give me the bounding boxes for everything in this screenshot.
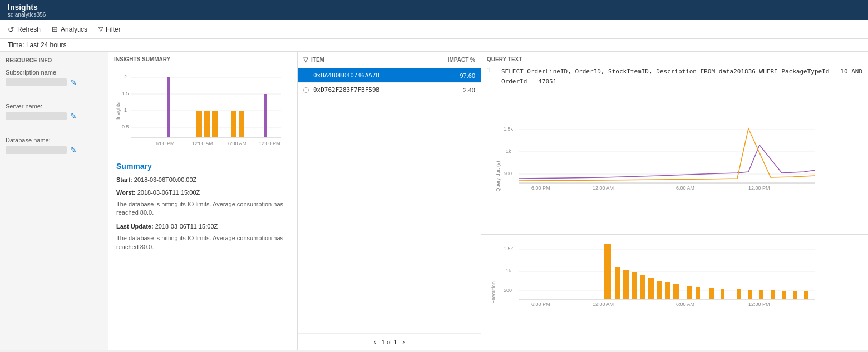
svg-text:12:00 AM: 12:00 AM (593, 185, 614, 190)
svg-text:12:00 PM: 12:00 PM (259, 141, 280, 146)
server-row: ✎ (6, 112, 102, 121)
chart1-svg: 1.5k 1k 500 (504, 123, 826, 190)
summary-worst: Worst: 2018-03-06T11:15:00Z (116, 188, 289, 197)
insights-chart-svg: 2 1.5 1 0.5 Insights (114, 71, 287, 148)
item-impact-1: 97.60 (436, 72, 475, 79)
refresh-button[interactable]: ↺ Refresh (8, 25, 41, 34)
toolbar: ↺ Refresh ⊞ Analytics ▽ Filter (0, 20, 868, 39)
worst-label: Worst: (116, 189, 136, 196)
resource-info-title: RESOURCE INFO (6, 57, 102, 63)
app-subtitle: sqlanalytics356 (8, 12, 860, 18)
item-indicator-active (303, 73, 309, 78)
items-pagination: ‹ 1 of 1 › (298, 333, 481, 350)
divider1 (6, 96, 102, 96)
svg-text:500: 500 (504, 171, 512, 176)
svg-text:12:00 PM: 12:00 PM (748, 301, 770, 306)
svg-rect-52 (709, 288, 714, 299)
svg-text:6:00 AM: 6:00 AM (228, 141, 246, 146)
svg-rect-54 (737, 289, 741, 299)
svg-rect-58 (782, 291, 786, 299)
description2: The database is hitting its IO limits. A… (116, 234, 289, 251)
svg-rect-45 (640, 275, 645, 299)
funnel-icon: ▽ (303, 56, 308, 63)
server-field: Server name: ✎ (6, 103, 102, 121)
summary-content: Summary Start: 2018-03-06T00:00:00Z Wors… (108, 156, 297, 350)
svg-text:1.5k: 1.5k (504, 126, 514, 132)
item-impact-2: 2.40 (436, 87, 475, 93)
execution-chart: Execution 1.5k 1k 500 (481, 235, 868, 350)
insights-panel-title: INSIGHTS SUMMARY (108, 52, 297, 65)
query-code-line2: OrderId = 47051 (501, 77, 862, 87)
database-row: ✎ (6, 146, 102, 155)
refresh-icon: ↺ (8, 25, 14, 34)
pagination-prev[interactable]: ‹ (374, 338, 376, 346)
app-header: Insights sqlanalytics356 (0, 0, 868, 20)
svg-text:12:00 AM: 12:00 AM (192, 141, 213, 146)
list-item[interactable]: 0xD762F283F7FBF59B 2.40 (298, 83, 481, 97)
query-panel: QUERY TEXT 1 SELECT OrderLineID, OrderID… (481, 52, 868, 350)
svg-text:12:00 AM: 12:00 AM (593, 301, 614, 306)
server-edit-icon[interactable]: ✎ (70, 112, 77, 121)
resource-info-panel: RESOURCE INFO Subscription name: ✎ Serve… (0, 52, 108, 350)
list-item[interactable]: 0xBA4B0B040746AA7D 97.60 (298, 68, 481, 83)
start-label: Start: (116, 176, 132, 183)
insights-chart-area: 2 1.5 1 0.5 Insights (108, 65, 297, 156)
analytics-icon: ⊞ (52, 25, 58, 33)
svg-text:6:00 AM: 6:00 AM (676, 185, 694, 190)
y-axis-label-1: Query dur. (s) (495, 161, 501, 191)
subscription-field: Subscription name: ✎ (6, 69, 102, 87)
query-text-section: QUERY TEXT 1 SELECT OrderLineID, OrderID… (481, 52, 868, 118)
analytics-button[interactable]: ⊞ Analytics (52, 25, 87, 33)
svg-text:Insights: Insights (115, 102, 121, 120)
svg-rect-41 (604, 244, 611, 299)
items-list: 0xBA4B0B040746AA7D 97.60 0xD762F283F7FBF… (298, 68, 481, 333)
svg-rect-57 (771, 290, 775, 299)
item-indicator-inactive (303, 87, 309, 93)
col-item-label: ITEM (311, 57, 433, 63)
svg-text:6:00 PM: 6:00 PM (531, 185, 550, 190)
svg-text:6:00 PM: 6:00 PM (156, 141, 175, 146)
svg-rect-43 (623, 270, 629, 299)
filter-button[interactable]: ▽ Filter (98, 26, 121, 33)
svg-rect-12 (204, 111, 210, 137)
query-text-title: QUERY TEXT (487, 56, 862, 62)
svg-rect-16 (264, 94, 267, 137)
col-impact-label: IMPACT % (436, 57, 475, 63)
svg-text:1: 1 (124, 107, 127, 113)
query-code-block: SELECT OrderLineID, OrderID, StockItemID… (501, 67, 862, 86)
database-field: Database name: ✎ (6, 137, 102, 155)
item-name-1: 0xBA4B0B040746AA7D (313, 72, 432, 79)
worst-value: 2018-03-06T11:15:00Z (137, 189, 200, 196)
svg-rect-60 (804, 291, 808, 299)
svg-rect-55 (748, 290, 752, 299)
query-duration-chart: Query dur. (s) 1.5k 1k 500 (481, 118, 868, 235)
description1: The database is hitting its IO limits. A… (116, 200, 289, 217)
svg-rect-59 (793, 291, 797, 299)
pagination-text: 1 of 1 (382, 339, 397, 345)
pagination-next[interactable]: › (402, 338, 405, 346)
refresh-label: Refresh (17, 26, 41, 33)
svg-text:0.5: 0.5 (122, 124, 129, 130)
summary-title: Summary (116, 162, 289, 171)
filter-icon: ▽ (98, 26, 103, 33)
time-bar: Time: Last 24 hours (0, 39, 868, 52)
items-panel: ▽ ITEM IMPACT % 0xBA4B0B040746AA7D 97.60… (298, 52, 481, 350)
subscription-value (6, 78, 67, 86)
svg-rect-53 (721, 289, 724, 299)
charts-section: Query dur. (s) 1.5k 1k 500 (481, 118, 868, 350)
svg-text:1k: 1k (506, 148, 511, 154)
summary-last-update: Last Update: 2018-03-06T11:15:00Z (116, 222, 289, 231)
svg-text:6:00 AM: 6:00 AM (676, 301, 694, 306)
svg-rect-46 (648, 278, 654, 299)
server-value (6, 112, 67, 120)
database-label: Database name: (6, 137, 102, 143)
svg-text:1k: 1k (506, 268, 511, 274)
chart1-inner: 1.5k 1k 500 (504, 123, 862, 191)
divider2 (6, 130, 102, 130)
database-edit-icon[interactable]: ✎ (70, 146, 77, 155)
query-line-number: 1 (487, 67, 496, 86)
server-label: Server name: (6, 103, 102, 110)
last-update-value: 2018-03-06T11:15:00Z (155, 223, 218, 230)
subscription-edit-icon[interactable]: ✎ (70, 78, 77, 87)
svg-text:6:00 PM: 6:00 PM (531, 301, 550, 306)
